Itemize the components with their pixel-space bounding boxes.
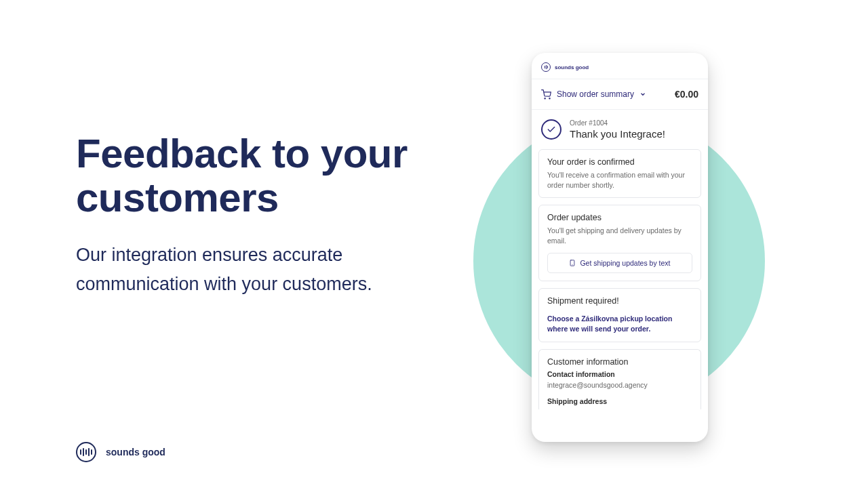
order-thankyou-row: Order #1004 Thank you Integrace! [532, 110, 708, 149]
cart-icon [541, 89, 551, 100]
order-confirmed-card: Your order is confirmed You'll receive a… [538, 149, 701, 198]
shipment-required-card: Shipment required! Choose a Zásilkovna p… [538, 288, 701, 342]
svg-point-1 [549, 98, 550, 98]
shipment-pickup-link[interactable]: Choose a Zásilkovna pickup location wher… [547, 314, 692, 334]
order-thankyou: Thank you Integrace! [570, 128, 665, 140]
chevron-down-icon [639, 91, 646, 98]
order-confirmed-body: You'll receive a confirmation email with… [547, 170, 692, 190]
brand-logo-icon [541, 62, 551, 72]
order-number: Order #1004 [570, 119, 665, 127]
get-text-updates-label: Get shipping updates by text [580, 259, 670, 267]
order-confirmed-title: Your order is confirmed [547, 157, 692, 167]
phone-icon [569, 259, 576, 267]
order-updates-card: Order updates You'll get shipping and de… [538, 205, 701, 281]
svg-point-0 [545, 98, 545, 98]
order-summary-toggle[interactable]: Show order summary €0.00 [532, 79, 708, 110]
order-updates-title: Order updates [547, 213, 692, 222]
get-text-updates-button[interactable]: Get shipping updates by text [547, 253, 692, 273]
order-summary-label: Show order summary [557, 89, 634, 99]
phone-brand-header: sounds good [532, 53, 708, 79]
hero-subheadline: Our integration ensures accurate communi… [76, 241, 456, 299]
order-updates-body: You'll get shipping and delivery updates… [547, 226, 692, 245]
hero-headline: Feedback to your customers [76, 132, 456, 220]
shipping-address-label: Shipping address [547, 397, 692, 405]
contact-info-label: Contact information [547, 370, 692, 378]
order-summary-price: €0.00 [675, 89, 698, 100]
customer-info-title: Customer information [547, 357, 692, 367]
shipment-required-title: Shipment required! [547, 296, 692, 306]
contact-info-value: integrace@soundsgood.agency [547, 381, 692, 389]
phone-brand-label: sounds good [555, 64, 589, 70]
footer-brand: sounds good [76, 442, 165, 462]
phone-mockup: sounds good Show order summary €0.00 Ord… [532, 53, 708, 442]
check-circle-icon [541, 119, 561, 140]
brand-logo-icon [76, 442, 96, 462]
customer-info-card: Customer information Contact information… [538, 349, 701, 409]
footer-brand-label: sounds good [106, 447, 165, 458]
